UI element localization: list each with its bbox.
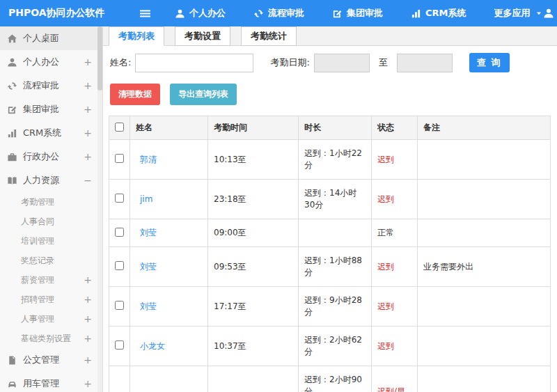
sidebar-item-label: 个人办公 (23, 56, 59, 68)
sidebar-item-personal-office[interactable]: 个人办公+ (0, 50, 97, 74)
expander-icon[interactable]: + (84, 378, 92, 389)
date-from-input[interactable] (314, 54, 370, 72)
sidebar-scrollbar[interactable] (97, 26, 102, 392)
sidebar-item-label: 集团审批 (23, 103, 59, 116)
row-checkbox[interactable] (115, 301, 124, 310)
sidebar-subitem-personnel-mgmt[interactable]: 人事管理+ (0, 309, 97, 329)
status-cell: 迟到 (372, 247, 418, 287)
time-cell: 09:53至 (208, 247, 299, 287)
name-link[interactable]: 刘莹 (140, 262, 157, 272)
sidebar-item-admin-office[interactable]: 行政办公+ (0, 145, 97, 168)
name-link[interactable]: jim (140, 194, 152, 204)
topnav-workflow-approval[interactable]: 流程审批 (253, 7, 304, 19)
expander-icon[interactable]: + (84, 104, 92, 115)
sidebar-subitem-label: 培训管理 (21, 235, 54, 247)
name-cell: 管理员 (130, 366, 208, 392)
sidebar-item-doc-mgmt[interactable]: 公文管理+ (0, 348, 97, 372)
sidebar-subitem-personnel-contract[interactable]: 人事合同 (0, 212, 97, 231)
name-cell: 刘莹 (130, 219, 208, 247)
select-all-checkbox[interactable] (115, 123, 124, 132)
topnav-personal-office[interactable]: 个人办公 (175, 7, 226, 19)
expander-icon[interactable]: + (84, 333, 92, 344)
sidebar-item-personal-desktop[interactable]: 个人桌面 (0, 26, 97, 50)
note-cell (418, 140, 551, 180)
sidebar-item-workflow-approval[interactable]: 流程审批+ (0, 74, 97, 97)
table-row: jim23:18至迟到：14小时30分迟到 (109, 180, 551, 219)
name-link[interactable]: 郭清 (140, 155, 157, 164)
row-checkbox[interactable] (115, 340, 124, 350)
sidebar-subitem-reward-punish-records[interactable]: 奖惩记录 (0, 251, 97, 270)
tab-attendance-stats[interactable]: 考勤统计 (241, 26, 297, 46)
name-cell: 郭清 (130, 140, 208, 180)
sidebar-subitem-training-mgmt[interactable]: 培训管理 (0, 231, 97, 251)
table-row: 郭清10:13至迟到：1小时22分迟到 (109, 140, 551, 180)
duration-line: 迟到：1小时22分 (304, 148, 366, 171)
name-link[interactable]: 刘莹 (140, 228, 157, 237)
row-checkbox[interactable] (115, 154, 124, 163)
user-icon[interactable] (543, 8, 554, 19)
sidebar-subitem-salary-mgmt[interactable]: 薪资管理+ (0, 270, 97, 290)
tab-attendance-list[interactable]: 考勤列表 (109, 26, 164, 46)
main-content: 考勤列表考勤设置考勤统计 姓名: 考勤日期: 至 查 询 清理数据 导出查询列表… (103, 26, 557, 392)
expander-icon[interactable]: + (84, 313, 92, 324)
book-icon (7, 175, 17, 186)
expander-icon[interactable]: + (84, 294, 92, 305)
expander-icon[interactable]: + (84, 80, 92, 91)
name-filter-label: 姓名: (110, 56, 131, 69)
topnav-group-approval[interactable]: 集团审批 (332, 7, 383, 19)
search-button[interactable]: 查 询 (469, 53, 510, 72)
sidebar-subitem-recruit-mgmt[interactable]: 招聘管理+ (0, 290, 97, 309)
sidebar-subitem-basic-category-settings[interactable]: 基础类别设置+ (0, 329, 97, 348)
date-to-label: 至 (379, 56, 388, 69)
expander-icon[interactable]: + (84, 127, 92, 139)
expander-icon[interactable]: + (84, 151, 92, 162)
expander-icon[interactable]: + (84, 274, 92, 285)
sidebar-subitem-attendance-mgmt[interactable]: 考勤管理 (0, 192, 97, 212)
duration-line: 迟到：9小时28分 (304, 295, 366, 318)
expander-icon[interactable]: − (84, 175, 92, 186)
duration-cell: 迟到：1小时88分 (299, 247, 372, 287)
topnav-more-apps[interactable]: 更多应用 (494, 7, 543, 19)
row-checkbox-cell (109, 140, 130, 180)
status-badge: 迟到 (377, 341, 394, 351)
sidebar-subitem-label: 奖惩记录 (21, 255, 54, 267)
row-checkbox-cell (109, 180, 130, 219)
sidebar-item-vehicle-mgmt[interactable]: 用车管理+ (0, 372, 97, 392)
status-badge: 迟到 (377, 194, 394, 204)
name-link[interactable]: 小龙女 (140, 341, 165, 351)
name-filter-input[interactable] (135, 54, 253, 72)
date-to-input[interactable] (397, 54, 453, 72)
tab-attendance-settings[interactable]: 考勤设置 (175, 26, 230, 46)
briefcase-icon (7, 152, 17, 162)
edit-icon (7, 104, 17, 115)
table-header-row: 姓名考勤时间时长状态备注 (109, 116, 551, 140)
row-checkbox[interactable] (115, 194, 124, 203)
topbar: PHPOA协同办公软件 个人办公流程审批集团审批CRM系统更多应用 (0, 0, 557, 26)
chart-icon (7, 128, 17, 139)
clean-data-button[interactable]: 清理数据 (110, 84, 160, 105)
expander-icon[interactable]: + (84, 56, 92, 68)
status-cell: 迟到/早退 (372, 366, 418, 392)
export-list-button[interactable]: 导出查询列表 (170, 84, 237, 105)
row-checkbox[interactable] (115, 261, 124, 270)
topnav-crm-system[interactable]: CRM系统 (411, 7, 466, 19)
expander-icon[interactable]: + (84, 354, 92, 366)
status-badge: 正常 (377, 228, 394, 237)
column-header: 姓名 (130, 116, 208, 140)
sidebar-scrollbar-thumb[interactable] (97, 26, 102, 91)
name-link[interactable]: 刘莹 (140, 301, 157, 311)
sidebar-item-hr[interactable]: 人力资源− (0, 168, 97, 192)
action-bar: 清理数据 导出查询列表 (103, 81, 557, 114)
menu-toggle-icon[interactable] (139, 8, 151, 19)
duration-cell: 迟到：2小时90分早退：7小时10分 (299, 366, 372, 392)
sidebar-item-group-approval[interactable]: 集团审批+ (0, 97, 97, 121)
note-cell (418, 180, 551, 219)
sidebar-subitem-label: 薪资管理 (21, 274, 54, 286)
sidebar-item-crm-system[interactable]: CRM系统+ (0, 121, 97, 145)
user-icon (7, 57, 17, 68)
attendance-table: 姓名考勤时间时长状态备注 郭清10:13至迟到：1小时22分迟到jim23:18… (109, 116, 551, 392)
column-header: 时长 (299, 116, 372, 140)
row-checkbox[interactable] (115, 228, 124, 237)
time-cell: 09:00至 (208, 219, 299, 247)
status-cell: 正常 (372, 219, 418, 247)
